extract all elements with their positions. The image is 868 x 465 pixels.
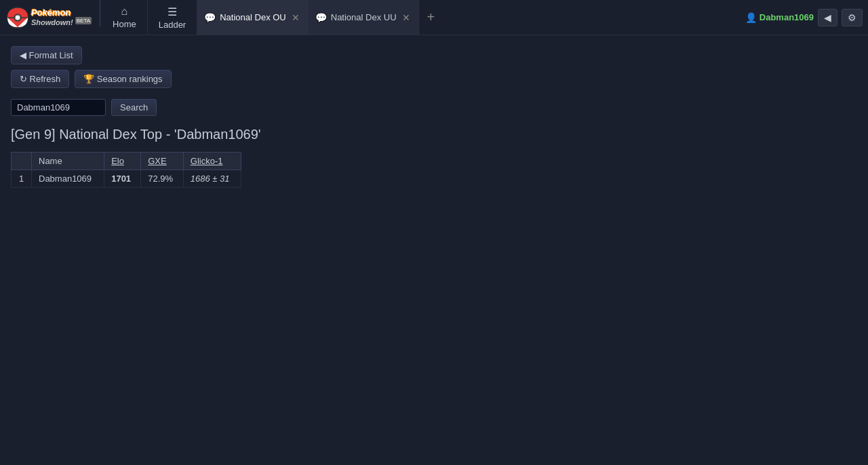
- svg-point-2: [15, 15, 20, 20]
- navbar-right: 👤 Dabman1069 ◀ ⚙: [740, 0, 868, 35]
- col-name: Name: [32, 153, 104, 170]
- format-list-button[interactable]: ◀ Format List: [11, 46, 82, 64]
- main-content: ◀ Format List ↻ Refresh 🏆 Season ranking…: [0, 35, 868, 199]
- tab-label-uu: National Dex UU: [331, 12, 397, 22]
- col-glicko[interactable]: Glicko-1: [183, 153, 241, 170]
- close-tab-ou[interactable]: ✕: [290, 11, 301, 24]
- toolbar-row1: ◀ Format List: [11, 46, 857, 64]
- logo-beta: BETA: [75, 17, 92, 24]
- back-button[interactable]: ◀: [818, 9, 837, 26]
- ps-logo: Pokémon Showdown!BETA: [31, 8, 92, 26]
- ladder-table: Name Elo GXE Glicko-1 1 Dabman1069 1701 …: [11, 152, 241, 188]
- season-rankings-button[interactable]: 🏆 Season rankings: [75, 70, 171, 88]
- home-button[interactable]: ⌂ Home: [102, 0, 148, 35]
- username-display: Dabman1069: [760, 12, 814, 22]
- search-row: Search: [11, 99, 857, 116]
- ladder-label: Ladder: [159, 20, 186, 30]
- toolbar-row2: ↻ Refresh 🏆 Season rankings: [11, 70, 857, 88]
- nav-divider-1: [100, 0, 100, 27]
- settings-button[interactable]: ⚙: [842, 9, 863, 26]
- search-button[interactable]: Search: [111, 99, 157, 116]
- logo-area: Pokémon Showdown!BETA: [0, 0, 98, 35]
- cell-rank: 1: [12, 170, 32, 188]
- cell-gxe: 72.9%: [141, 170, 184, 188]
- chat-icon-ou: 💬: [204, 12, 216, 23]
- tab-nat-dex-ou[interactable]: 💬 National Dex OU ✕: [197, 0, 309, 35]
- logo-showdown: Showdown!BETA: [31, 18, 92, 26]
- refresh-button[interactable]: ↻ Refresh: [11, 70, 69, 88]
- cell-elo: 1701: [104, 170, 141, 188]
- pokeball-icon: [7, 7, 28, 28]
- home-label: Home: [113, 19, 136, 29]
- tab-nat-dex-uu[interactable]: 💬 National Dex UU ✕: [309, 0, 419, 35]
- page-title: [Gen 9] National Dex Top - 'Dabman1069': [11, 127, 857, 142]
- user-area: 👤 Dabman1069: [745, 12, 814, 23]
- add-tab-button[interactable]: +: [419, 0, 443, 35]
- close-tab-uu[interactable]: ✕: [401, 11, 412, 24]
- navbar: Pokémon Showdown!BETA ⌂ Home ☰ Ladder 💬 …: [0, 0, 868, 35]
- table-header-row: Name Elo GXE Glicko-1: [12, 153, 241, 170]
- search-input[interactable]: [11, 99, 106, 116]
- col-gxe[interactable]: GXE: [141, 153, 184, 170]
- cell-name: Dabman1069: [32, 170, 104, 188]
- table-row: 1 Dabman1069 1701 72.9% 1686 ± 31: [12, 170, 241, 188]
- user-icon: 👤: [745, 12, 757, 23]
- col-elo[interactable]: Elo: [104, 153, 141, 170]
- tab-label-ou: National Dex OU: [220, 12, 286, 22]
- cell-glicko: 1686 ± 31: [183, 170, 241, 188]
- ladder-button[interactable]: ☰ Ladder: [148, 0, 197, 35]
- col-rank: [12, 153, 32, 170]
- chat-icon-uu: 💬: [315, 12, 327, 23]
- ladder-icon: ☰: [167, 5, 177, 18]
- home-icon: ⌂: [121, 5, 128, 18]
